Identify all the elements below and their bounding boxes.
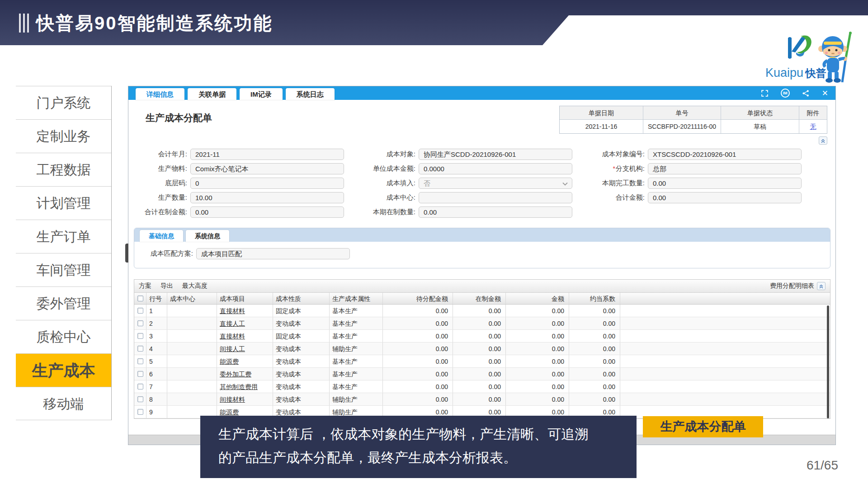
amount-cell: 0.00 — [506, 380, 569, 393]
cost-object-no-field[interactable]: XTSCSCDD-20210926-001 — [648, 149, 802, 160]
row-number-cell: 9 — [146, 406, 167, 418]
tab-system-log[interactable]: 系统日志 — [286, 88, 335, 100]
cost-center-cell — [167, 393, 217, 405]
panel-collapse-handle[interactable] — [125, 244, 128, 263]
production-material-field[interactable]: Comix齐心笔记本 — [190, 163, 344, 174]
cost-nature-cell: 变动成本 — [273, 355, 330, 367]
sidebar-item-mobile[interactable]: 移动端 — [16, 387, 111, 420]
cost-item-link[interactable]: 能源费 — [217, 355, 273, 367]
sidebar-item-outsourcing-management[interactable]: 委外管理 — [16, 286, 111, 320]
cost-item-link[interactable]: 直接人工 — [217, 317, 273, 329]
row-number-cell: 6 — [146, 368, 167, 380]
amount-cell: 0.00 — [506, 343, 569, 355]
cost-item-link[interactable]: 直接材料 — [217, 330, 273, 342]
header-bars-icon — [19, 14, 29, 33]
cost-object-field[interactable]: 协同生产SCDD-20210926-001 — [419, 149, 572, 160]
close-icon[interactable]: ✕ — [822, 89, 828, 98]
document-number: SCCBFPD-20211116-00 — [643, 120, 721, 133]
row-checkbox[interactable] — [134, 406, 146, 418]
cost-center-cell — [167, 330, 217, 342]
cost-center-cell — [167, 343, 217, 355]
sidebar-item-workshop-management[interactable]: 车间管理 — [16, 253, 111, 286]
im-icon[interactable]: IM — [781, 89, 790, 98]
cost-item-link[interactable]: 间接人工 — [217, 343, 273, 355]
row-number-cell: 2 — [146, 317, 167, 329]
tab-basic-info[interactable]: 基础信息 — [140, 230, 183, 242]
total-amount-field[interactable]: 0.00 — [648, 192, 802, 203]
row-checkbox[interactable] — [134, 305, 146, 317]
row-checkbox[interactable] — [134, 380, 146, 393]
field-label: 成本中心: — [354, 193, 419, 202]
row-checkbox[interactable] — [134, 368, 146, 380]
tab-detail-info[interactable]: 详细信息 — [136, 88, 184, 100]
row-filler — [620, 368, 830, 380]
sidebar-item-portal[interactable]: 门户系统 — [16, 86, 111, 119]
row-checkbox[interactable] — [134, 355, 146, 367]
row-checkbox[interactable] — [134, 330, 146, 342]
table-row: 6委外加工费变动成本基本生产0.000.000.000.00 — [134, 368, 830, 380]
kuaipu-logo: Kuaipu 快普 ™ — [765, 32, 856, 86]
cost-center-cell — [167, 317, 217, 329]
kp-logo-icon — [778, 32, 813, 64]
cost-fill-select[interactable]: 否 — [419, 178, 572, 189]
pending-amount-cell: 0.00 — [383, 305, 453, 317]
col-header-row-no: 行号 — [146, 293, 167, 304]
branch-org-field[interactable]: 总部 — [648, 163, 802, 174]
cost-match-plan-field[interactable]: 成本项目匹配 — [196, 248, 350, 259]
row-checkbox[interactable] — [134, 343, 146, 355]
cost-item-link[interactable]: 间接材料 — [217, 393, 273, 405]
sidebar-item-quality-center[interactable]: 质检中心 — [16, 320, 111, 353]
caption-line-1: 生产成本计算后 ，依成本对象的生产物料，产生清晰、可追溯 — [218, 422, 637, 446]
max-height-button[interactable]: 最大高度 — [182, 282, 208, 290]
table-row: 3直接材料固定成本基本生产0.000.000.000.00 — [134, 330, 830, 343]
field-label: 本期在制数量: — [354, 208, 419, 216]
unit-cost-amount-field[interactable]: 0.0000 — [419, 163, 572, 174]
total-wip-amount-field[interactable]: 0.00 — [190, 206, 344, 218]
fullscreen-icon[interactable] — [761, 89, 769, 97]
accounting-period-field[interactable]: 2021-11 — [190, 149, 344, 160]
coefficient-cell: 0.00 — [569, 380, 620, 393]
mascot-illustration — [816, 32, 854, 83]
tab-system-info[interactable]: 系统信息 — [186, 230, 229, 242]
brand-en: Kuaipu — [765, 66, 803, 80]
sidebar-item-engineering-data[interactable]: 工程数据 — [16, 153, 111, 186]
row-number-cell: 5 — [146, 355, 167, 367]
slide: 快普易90智能制造系统功能 Kuaipu 快普 ™ — [0, 0, 868, 488]
low-level-code-field[interactable]: 0 — [190, 178, 344, 189]
cost-item-link[interactable]: 其他制造费用 — [217, 380, 273, 393]
collapse-header-button[interactable] — [819, 136, 827, 145]
row-number-cell: 8 — [146, 393, 167, 405]
share-icon[interactable] — [802, 89, 810, 97]
collapse-grid-button[interactable] — [817, 282, 826, 290]
plan-button[interactable]: 方案 — [139, 282, 151, 290]
completed-qty-field[interactable]: 0.00 — [648, 178, 802, 189]
sidebar-item-production-cost[interactable]: 生产成本 — [16, 353, 111, 387]
grid-scrollbar[interactable] — [827, 305, 829, 418]
sidebar: 门户系统 定制业务 工程数据 计划管理 生产订单 车间管理 委外管理 质检中心 … — [16, 86, 112, 420]
row-checkbox[interactable] — [134, 393, 146, 405]
slide-title: 快普易90智能制造系统功能 — [36, 11, 273, 36]
field-label: 生产物料: — [134, 164, 190, 173]
export-button[interactable]: 导出 — [160, 282, 173, 290]
amount-cell: 0.00 — [506, 355, 569, 367]
tab-related-docs[interactable]: 关联单据 — [188, 88, 236, 100]
attachment-link[interactable]: 无 — [810, 123, 816, 130]
cost-nature-cell: 变动成本 — [273, 380, 330, 393]
row-checkbox[interactable] — [134, 317, 146, 329]
sidebar-item-production-order[interactable]: 生产订单 — [16, 220, 111, 253]
chevron-down-icon — [562, 182, 568, 186]
info-header-status: 单据状态 — [721, 106, 799, 120]
cost-center-field[interactable] — [419, 192, 572, 203]
cost-item-link[interactable]: 直接材料 — [217, 305, 273, 317]
cost-item-link[interactable]: 委外加工费 — [217, 368, 273, 380]
current-wip-qty-field[interactable]: 0.00 — [419, 206, 572, 218]
grid-toolbar: 方案 导出 最大高度 费用分配明细表 — [134, 280, 830, 293]
info-header-date: 单据日期 — [560, 106, 643, 120]
row-number-cell: 7 — [146, 380, 167, 393]
wip-amount-cell: 0.00 — [453, 380, 506, 393]
sidebar-item-custom-business[interactable]: 定制业务 — [16, 119, 111, 153]
select-all-checkbox[interactable] — [134, 293, 146, 304]
tab-im-record[interactable]: IM记录 — [240, 88, 283, 100]
production-qty-field[interactable]: 10.00 — [190, 192, 344, 203]
sidebar-item-plan-management[interactable]: 计划管理 — [16, 186, 111, 220]
